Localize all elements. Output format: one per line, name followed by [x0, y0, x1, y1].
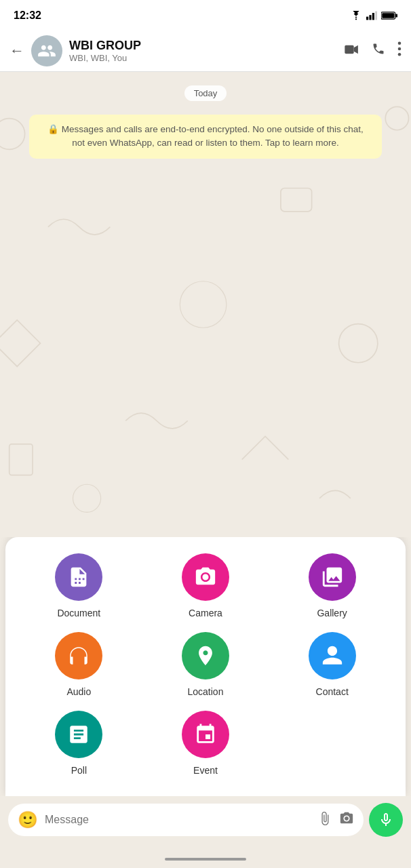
svg-rect-8	[345, 45, 353, 54]
location-circle	[182, 632, 229, 679]
back-button[interactable]: ←	[9, 42, 24, 60]
status-bar: 12:32	[0, 0, 411, 30]
attachment-item-location[interactable]: Location	[182, 632, 229, 697]
svg-rect-7	[382, 13, 394, 18]
contact-circle	[309, 632, 356, 679]
group-name: WBI GROUP	[69, 39, 338, 53]
document-label: Document	[57, 608, 100, 618]
svg-rect-6	[395, 14, 397, 17]
status-time: 12:32	[14, 9, 41, 22]
chat-area: Today 🔒 Messages and calls are end-to-en…	[0, 72, 411, 537]
poll-label: Poll	[71, 765, 87, 776]
date-badge: Today	[184, 85, 227, 101]
signal-icon	[366, 11, 377, 20]
home-indicator	[0, 850, 411, 868]
message-input[interactable]	[45, 814, 311, 826]
attachment-item-event[interactable]: Event	[182, 711, 229, 776]
header-actions	[345, 41, 402, 60]
poll-circle	[55, 711, 102, 758]
event-icon	[194, 723, 217, 746]
chat-content: Today 🔒 Messages and calls are end-to-en…	[0, 72, 411, 167]
video-call-button[interactable]	[345, 43, 359, 58]
emoji-button[interactable]: 🙂	[18, 810, 38, 829]
battery-icon	[381, 11, 397, 20]
status-icons	[350, 11, 397, 20]
attachment-item-audio[interactable]: Audio	[55, 632, 102, 697]
document-icon	[67, 566, 90, 589]
group-avatar-icon	[37, 41, 56, 60]
attachment-panel: Document Camera Gallery	[5, 537, 406, 796]
svg-point-11	[398, 53, 402, 56]
message-input-wrapper: 🙂	[8, 804, 364, 836]
attachment-item-document[interactable]: Document	[55, 553, 102, 618]
svg-rect-1	[366, 17, 368, 20]
camera-circle	[182, 553, 229, 601]
poll-icon	[67, 723, 90, 746]
svg-rect-17	[9, 444, 33, 475]
event-circle	[182, 711, 229, 758]
attachment-item-poll[interactable]: Poll	[55, 711, 102, 776]
mic-icon	[378, 812, 394, 828]
voice-call-button[interactable]	[372, 42, 385, 59]
encryption-notice[interactable]: 🔒 Messages and calls are end-to-end encr…	[29, 115, 382, 159]
svg-rect-3	[372, 13, 374, 20]
group-avatar	[31, 35, 62, 66]
camera-label: Camera	[189, 608, 222, 618]
home-bar	[165, 858, 246, 861]
camera-icon	[194, 566, 217, 589]
contact-icon	[321, 644, 344, 667]
group-members: WBI, WBI, You	[69, 53, 338, 63]
mic-button[interactable]	[369, 803, 403, 837]
audio-icon	[67, 644, 90, 667]
header-info: WBI GROUP WBI, WBI, You	[69, 39, 338, 63]
location-icon	[194, 644, 217, 667]
input-camera-button[interactable]	[339, 811, 354, 829]
attach-button[interactable]	[317, 811, 332, 829]
svg-point-9	[398, 41, 402, 45]
svg-rect-4	[375, 12, 377, 20]
document-circle	[55, 553, 102, 601]
attachment-item-camera[interactable]: Camera	[182, 553, 229, 618]
attachment-grid: Document Camera Gallery	[19, 553, 392, 776]
wifi-icon	[350, 11, 362, 20]
gallery-circle	[309, 553, 356, 601]
contact-label: Contact	[316, 686, 349, 697]
event-label: Event	[193, 765, 218, 776]
svg-point-0	[355, 18, 357, 20]
svg-rect-2	[369, 15, 371, 20]
location-label: Location	[188, 686, 224, 697]
audio-circle	[55, 632, 102, 679]
svg-point-16	[339, 324, 378, 363]
input-bar: 🙂	[0, 796, 411, 850]
audio-label: Audio	[66, 686, 91, 697]
chat-header: ← WBI GROUP WBI, WBI, You	[0, 30, 411, 72]
gallery-label: Gallery	[317, 608, 347, 618]
svg-point-15	[180, 281, 227, 328]
gallery-icon	[321, 566, 344, 589]
svg-rect-14	[281, 189, 312, 212]
attachment-item-gallery[interactable]: Gallery	[309, 553, 356, 618]
attachment-item-contact[interactable]: Contact	[309, 632, 356, 697]
svg-point-10	[398, 47, 402, 51]
more-options-button[interactable]	[397, 41, 402, 60]
svg-point-18	[73, 484, 100, 512]
